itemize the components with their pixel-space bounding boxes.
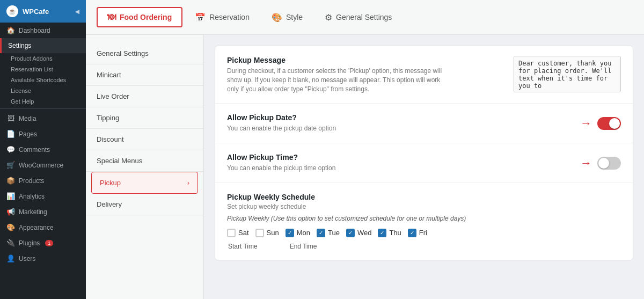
pickup-date-toggle-container: → [580, 116, 621, 130]
pickup-date-toggle[interactable] [597, 117, 621, 130]
day-mon-checkbox[interactable]: ✓ [286, 229, 294, 237]
leftnav-live-order[interactable]: Live Order [86, 86, 203, 107]
pickup-message-textarea[interactable]: Dear customer, thank you for placing ord… [514, 56, 621, 92]
day-sun-checkbox[interactable] [255, 229, 264, 237]
day-fri[interactable]: ✓ Fri [408, 229, 427, 237]
pickup-time-arrow: → [580, 156, 592, 170]
sidebar-item-users[interactable]: 👤 Users [0, 251, 86, 266]
products-icon: 📦 [6, 177, 15, 185]
sidebar-item-analytics[interactable]: 📊 Analytics [0, 188, 86, 204]
tab-general-settings-label: General Settings [336, 13, 392, 21]
tab-style[interactable]: 🎨 Style [262, 8, 312, 27]
day-wed[interactable]: ✓ Wed [346, 229, 372, 237]
sidebar-label-shortcodes: Available Shortcodes [11, 77, 66, 83]
pickup-time-toggle[interactable] [597, 157, 621, 170]
pickup-date-arrow: → [580, 116, 592, 130]
sidebar-sub-get-help[interactable]: Get Help [0, 96, 86, 107]
marketing-icon: 📢 [6, 208, 15, 216]
leftnav-discount[interactable]: Discount [86, 129, 203, 150]
day-tue-checkbox[interactable]: ✓ [317, 229, 325, 237]
sidebar-label-media: Media [19, 115, 36, 122]
allow-pickup-time-desc: You can enable the pickup time option [227, 164, 335, 173]
day-thu[interactable]: ✓ Thu [378, 229, 401, 237]
leftnav-label-discount: Discount [97, 135, 124, 143]
day-sun[interactable]: Sun [255, 229, 279, 237]
dashboard-icon: 🏠 [6, 26, 15, 34]
allow-pickup-date-label: Allow Pickup Date? [227, 113, 336, 122]
schedule-section: Pickup Weekly Schedule Set pickup weekly… [215, 183, 633, 260]
sidebar-sub-shortcodes[interactable]: Available Shortcodes [0, 75, 86, 85]
leftnav-label-tipping: Tipping [97, 114, 119, 122]
sidebar-collapse-icon[interactable]: ◀ [75, 9, 79, 14]
sidebar-logo[interactable]: ☕ WPCafe ◀ [0, 0, 86, 23]
sidebar-item-marketing[interactable]: 📢 Marketing [0, 204, 86, 220]
sidebar-label-appearance: Appearance [19, 224, 54, 231]
woocommerce-icon: 🛒 [6, 161, 15, 169]
leftnav-general-settings[interactable]: General Settings [86, 43, 203, 64]
leftnav-label-minicart: Minicart [97, 71, 121, 79]
allow-pickup-date-desc: You can enable the pickup date option [227, 124, 336, 133]
day-tue[interactable]: ✓ Tue [317, 229, 340, 237]
sidebar-sub-reservation-list[interactable]: Reservation List [0, 64, 86, 75]
sidebar-label-dashboard: Dashboard [19, 27, 50, 34]
sidebar-item-pages[interactable]: 📄 Pages [0, 126, 86, 142]
day-sat-checkbox[interactable] [227, 229, 236, 237]
sidebar-label-license: License [11, 87, 31, 94]
leftnav-delivery[interactable]: Delivery [86, 194, 203, 215]
sidebar-item-plugins[interactable]: 🔌 Plugins 1 [0, 235, 86, 251]
day-tue-label: Tue [328, 229, 340, 237]
leftnav-tipping[interactable]: Tipping [86, 107, 203, 129]
sidebar-item-products[interactable]: 📦 Products [0, 173, 86, 188]
day-thu-checkbox[interactable]: ✓ [378, 229, 386, 237]
pickup-date-text-group: Allow Pickup Date? You can enable the pi… [227, 113, 336, 133]
users-icon: 👤 [6, 254, 15, 262]
start-time-label: Start Time [228, 243, 258, 250]
sidebar-label-analytics: Analytics [19, 193, 45, 200]
general-settings-icon: ⚙ [325, 12, 332, 23]
schedule-subtitle: Set pickup weekly schedule [227, 203, 621, 210]
tab-food-ordering-label: Food Ordering [120, 13, 172, 21]
sidebar-label-plugins: Plugins [19, 239, 40, 247]
schedule-title: Pickup Weekly Schedule [227, 193, 621, 201]
sidebar-label-get-help: Get Help [11, 98, 34, 105]
sidebar-sub-license[interactable]: License [0, 85, 86, 96]
days-row: Sat Sun ✓ Mon ✓ [227, 229, 621, 237]
plugins-badge: 1 [45, 240, 53, 246]
leftnav-label-general-settings: General Settings [97, 49, 149, 57]
tab-food-ordering[interactable]: 🍽 Food Ordering [97, 7, 182, 27]
tab-general-settings[interactable]: ⚙ General Settings [315, 8, 401, 27]
top-tabs: 🍽 Food Ordering 📅 Reservation 🎨 Style ⚙ … [86, 0, 644, 35]
tab-reservation-label: Reservation [209, 13, 250, 21]
settings-card: Pickup Message During checkout, if a cus… [215, 46, 633, 260]
sidebar-label-users: Users [19, 255, 35, 262]
allow-pickup-time-label: Allow Pickup Time? [227, 153, 335, 162]
day-sat[interactable]: Sat [227, 229, 249, 237]
main-content: 🍽 Food Ordering 📅 Reservation 🎨 Style ⚙ … [86, 0, 644, 299]
sidebar-item-appearance[interactable]: 🎨 Appearance [0, 220, 86, 235]
sidebar-item-settings[interactable]: Settings [0, 38, 86, 53]
left-nav: General Settings Minicart Live Order Tip… [86, 35, 204, 299]
sidebar-sub-product-addons[interactable]: Product Addons [0, 53, 86, 64]
sidebar-item-dashboard[interactable]: 🏠 Dashboard [0, 23, 86, 38]
pickup-message-text-group: Pickup Message During checkout, if a cus… [227, 56, 452, 93]
food-ordering-icon: 🍽 [107, 12, 116, 22]
analytics-icon: 📊 [6, 192, 15, 200]
day-wed-label: Wed [357, 229, 372, 237]
day-mon[interactable]: ✓ Mon [286, 229, 310, 237]
sidebar-item-woocommerce[interactable]: 🛒 WooCommerce [0, 157, 86, 173]
pickup-message-section: Pickup Message During checkout, if a cus… [215, 46, 633, 104]
comments-icon: 💬 [6, 145, 15, 154]
day-mon-label: Mon [297, 229, 310, 237]
tab-reservation[interactable]: 📅 Reservation [185, 8, 259, 27]
sidebar-item-comments[interactable]: 💬 Comments [0, 142, 86, 157]
sidebar-label-pages: Pages [19, 130, 37, 138]
day-fri-checkbox[interactable]: ✓ [408, 229, 416, 237]
leftnav-minicart[interactable]: Minicart [86, 64, 203, 86]
day-wed-checkbox[interactable]: ✓ [346, 229, 355, 237]
sidebar-item-media[interactable]: 🖼 Media [0, 111, 86, 126]
leftnav-special-menus[interactable]: Special Menus [86, 150, 203, 172]
leftnav-label-special-menus: Special Menus [97, 157, 142, 165]
leftnav-pickup[interactable]: Pickup › [91, 172, 198, 194]
content-area: General Settings Minicart Live Order Tip… [86, 35, 644, 299]
sidebar-label-comments: Comments [19, 146, 50, 154]
